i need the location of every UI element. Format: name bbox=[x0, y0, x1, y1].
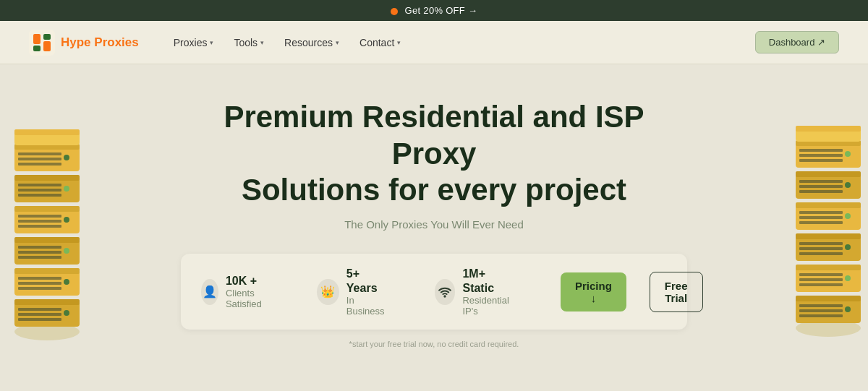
svg-rect-19 bbox=[14, 237, 80, 243]
svg-rect-43 bbox=[14, 129, 80, 135]
banner-text: Get 20% OFF → bbox=[405, 5, 478, 16]
svg-point-35 bbox=[64, 186, 69, 192]
nav-item-contact[interactable]: Contact ▾ bbox=[351, 33, 409, 53]
navbar: Hype Proxies Proxies ▾ Tools ▾ Resources… bbox=[0, 21, 868, 64]
hero-content: Premium Residential and ISP Proxy Soluti… bbox=[181, 99, 687, 348]
svg-rect-34 bbox=[18, 194, 61, 197]
top-banner[interactable]: Get 20% OFF → bbox=[0, 0, 868, 21]
svg-rect-79 bbox=[799, 159, 843, 162]
svg-point-29 bbox=[64, 217, 69, 223]
svg-rect-61 bbox=[799, 252, 843, 255]
svg-rect-13 bbox=[14, 268, 80, 274]
svg-rect-47 bbox=[799, 304, 843, 307]
svg-rect-4 bbox=[43, 41, 51, 51]
wifi-icon bbox=[435, 279, 456, 305]
svg-rect-40 bbox=[18, 163, 61, 166]
svg-rect-14 bbox=[18, 277, 61, 280]
stat-years-text: 5+ Years In Business bbox=[346, 267, 388, 316]
svg-rect-33 bbox=[18, 189, 61, 192]
svg-point-11 bbox=[64, 310, 69, 316]
svg-rect-67 bbox=[799, 221, 843, 224]
svg-rect-25 bbox=[14, 206, 80, 212]
svg-point-17 bbox=[64, 279, 69, 285]
svg-rect-73 bbox=[799, 190, 843, 193]
svg-rect-78 bbox=[799, 154, 843, 157]
svg-rect-66 bbox=[799, 216, 843, 219]
svg-rect-15 bbox=[18, 282, 61, 285]
server-left-illustration bbox=[0, 79, 94, 353]
svg-rect-1 bbox=[33, 34, 41, 44]
server-right-illustration bbox=[781, 79, 868, 353]
svg-rect-9 bbox=[18, 313, 61, 316]
nav-item-tools[interactable]: Tools ▾ bbox=[225, 33, 273, 53]
svg-rect-55 bbox=[799, 283, 843, 286]
svg-point-83 bbox=[444, 296, 446, 297]
svg-rect-16 bbox=[18, 287, 61, 290]
svg-point-62 bbox=[845, 244, 851, 250]
orange-dot-icon bbox=[391, 8, 398, 15]
svg-rect-72 bbox=[799, 185, 843, 188]
logo-icon bbox=[29, 30, 55, 56]
stat-ips: 1M+ Static Residential IP's bbox=[435, 267, 514, 316]
svg-rect-28 bbox=[18, 225, 61, 228]
hero-subtitle: The Only Proxies You Will Ever Need bbox=[181, 218, 687, 231]
svg-rect-8 bbox=[18, 308, 61, 311]
chevron-icon: ▾ bbox=[397, 39, 401, 46]
svg-rect-58 bbox=[796, 233, 861, 239]
stat-years: 👑 5+ Years In Business bbox=[317, 267, 388, 316]
logo-area[interactable]: Hype Proxies bbox=[29, 30, 139, 56]
svg-rect-59 bbox=[799, 242, 843, 245]
svg-rect-31 bbox=[14, 175, 80, 181]
svg-rect-46 bbox=[796, 296, 861, 301]
svg-point-80 bbox=[845, 151, 851, 157]
stat-clients-text: 10K + Clients Satisfied bbox=[226, 274, 271, 309]
svg-rect-52 bbox=[796, 265, 861, 270]
stat-ips-text: 1M+ Static Residential IP's bbox=[462, 267, 514, 316]
svg-point-41 bbox=[64, 155, 69, 160]
svg-rect-48 bbox=[799, 309, 843, 312]
svg-rect-54 bbox=[799, 278, 843, 281]
svg-rect-38 bbox=[18, 152, 61, 155]
svg-rect-7 bbox=[14, 299, 80, 305]
svg-point-56 bbox=[845, 275, 851, 281]
nav-item-proxies[interactable]: Proxies ▾ bbox=[165, 33, 223, 53]
svg-rect-22 bbox=[18, 256, 61, 259]
free-trial-note: *start your free trial now, no credit ca… bbox=[181, 340, 687, 348]
stats-bar: 👤 10K + Clients Satisfied 👑 5+ Years In … bbox=[181, 254, 687, 329]
nav-links: Proxies ▾ Tools ▾ Resources ▾ Contact ▾ bbox=[165, 33, 755, 53]
svg-rect-2 bbox=[33, 46, 41, 51]
svg-point-23 bbox=[64, 248, 69, 254]
svg-rect-27 bbox=[18, 220, 61, 223]
logo-text: Hype Proxies bbox=[61, 35, 139, 50]
svg-rect-70 bbox=[796, 171, 861, 177]
svg-rect-53 bbox=[799, 273, 843, 276]
chevron-icon: ▾ bbox=[336, 39, 339, 46]
svg-rect-32 bbox=[18, 184, 61, 186]
svg-rect-20 bbox=[18, 246, 61, 249]
hero-title: Premium Residential and ISP Proxy Soluti… bbox=[181, 99, 687, 208]
svg-rect-39 bbox=[18, 158, 61, 160]
svg-rect-0 bbox=[29, 30, 55, 56]
pricing-button[interactable]: Pricing ↓ bbox=[561, 272, 626, 311]
svg-rect-65 bbox=[799, 211, 843, 214]
stat-clients: 👤 10K + Clients Satisfied bbox=[201, 274, 271, 309]
chevron-icon: ▾ bbox=[210, 39, 213, 46]
svg-rect-64 bbox=[796, 202, 861, 208]
svg-point-74 bbox=[845, 182, 851, 188]
free-trial-button[interactable]: Free Trial bbox=[650, 272, 703, 312]
hero-section: Premium Residential and ISP Proxy Soluti… bbox=[0, 64, 868, 383]
svg-rect-82 bbox=[796, 126, 861, 132]
dashboard-button[interactable]: Dashboard ↗ bbox=[755, 31, 839, 53]
svg-rect-26 bbox=[18, 215, 61, 218]
svg-rect-77 bbox=[799, 149, 843, 152]
svg-rect-71 bbox=[799, 180, 843, 183]
crown-icon: 👑 bbox=[317, 279, 339, 305]
svg-rect-3 bbox=[43, 34, 51, 40]
svg-point-68 bbox=[845, 213, 851, 219]
nav-item-resources[interactable]: Resources ▾ bbox=[276, 33, 348, 53]
svg-rect-49 bbox=[799, 314, 843, 317]
svg-rect-21 bbox=[18, 251, 61, 254]
svg-rect-60 bbox=[799, 247, 843, 250]
svg-rect-10 bbox=[18, 318, 61, 321]
svg-point-50 bbox=[845, 306, 851, 312]
